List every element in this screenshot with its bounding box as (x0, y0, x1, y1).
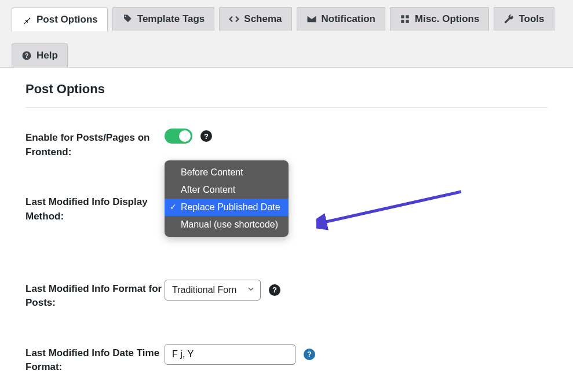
field-date-time-format: Last Modified Info Date Time Format: ? (25, 344, 548, 375)
grid-icon (400, 14, 410, 24)
field-label: Last Modified Info Format for Posts: (25, 280, 165, 310)
svg-rect-1 (406, 15, 409, 18)
tab-post-options[interactable]: Post Options (12, 8, 108, 31)
annotation-arrow (316, 187, 467, 233)
tab-label: Template Tags (137, 13, 205, 25)
tab-template-tags[interactable]: Template Tags (112, 7, 215, 31)
tab-label: Post Options (37, 14, 98, 25)
date-time-format-input[interactable] (165, 344, 295, 365)
settings-panel: Post Options Enable for Posts/Pages on F… (0, 68, 573, 392)
help-icon[interactable]: ? (269, 284, 280, 296)
mail-icon (306, 14, 317, 24)
question-icon: ? (21, 50, 32, 61)
tab-label: Tools (519, 13, 544, 25)
tab-label: Help (37, 50, 58, 61)
dropdown-option[interactable]: Before Content (165, 164, 289, 181)
svg-rect-2 (401, 20, 404, 23)
tab-label: Schema (244, 13, 282, 25)
dropdown-option-selected[interactable]: Replace Published Date (165, 199, 289, 216)
tab-label: Notification (322, 13, 376, 25)
field-label: Last Modified Info Display Method: (25, 193, 165, 224)
svg-rect-3 (406, 20, 409, 23)
tab-tools[interactable]: Tools (494, 7, 554, 31)
field-format-posts: Last Modified Info Format for Posts: Tra… (25, 280, 548, 310)
tab-notification[interactable]: Notification (297, 7, 386, 31)
tab-label: Misc. Options (415, 13, 479, 25)
dropdown-option[interactable]: Manual (use shortcode) (165, 216, 289, 233)
field-enable-frontend: Enable for Posts/Pages on Frontend: ? (25, 129, 548, 159)
field-label: Enable for Posts/Pages on Frontend: (25, 129, 165, 159)
tab-help[interactable]: ? Help (12, 43, 68, 67)
tag-icon (122, 14, 133, 24)
display-method-dropdown: Before Content After Content Replace Pub… (165, 160, 289, 237)
help-icon[interactable]: ? (304, 349, 315, 360)
code-icon (229, 14, 239, 24)
page-title: Post Options (25, 82, 548, 108)
format-posts-select[interactable]: Traditional Forn (165, 280, 261, 301)
select-value: Traditional Forn (172, 285, 236, 295)
enable-toggle[interactable] (165, 129, 192, 144)
svg-text:?: ? (25, 52, 28, 59)
svg-line-6 (321, 192, 461, 223)
field-label: Last Modified Info Date Time Format: (25, 344, 165, 375)
tab-schema[interactable]: Schema (219, 7, 291, 31)
dropdown-option[interactable]: After Content (165, 181, 289, 199)
tab-bar: Post Options Template Tags Schema Notifi… (0, 0, 573, 68)
wrench-icon (503, 14, 514, 24)
pin-icon (21, 14, 32, 25)
svg-rect-0 (401, 15, 404, 18)
tab-misc-options[interactable]: Misc. Options (390, 7, 489, 31)
chevron-down-icon (246, 284, 256, 296)
field-display-method: Last Modified Info Display Method: Befor… (25, 193, 548, 224)
help-icon[interactable]: ? (200, 130, 212, 142)
